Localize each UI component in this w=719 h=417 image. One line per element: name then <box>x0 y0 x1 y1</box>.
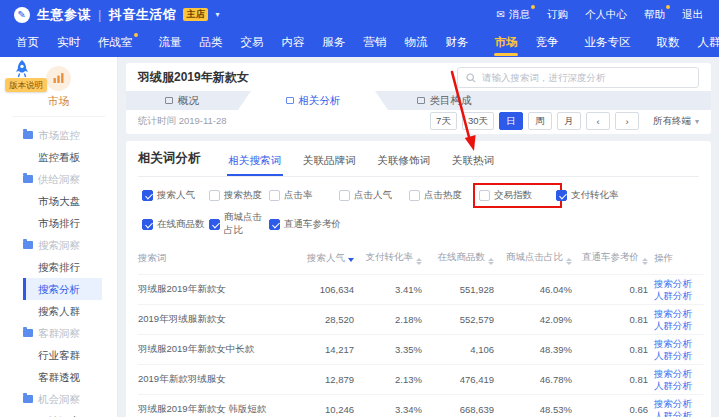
cell-actions: 搜索分析 人群分析 <box>648 365 704 395</box>
sidebar-item[interactable]: 客群洞察 <box>23 322 102 344</box>
col-header-online-products[interactable]: 在线商品数 <box>422 249 494 275</box>
analysis-tab[interactable]: 概况 <box>126 91 238 110</box>
checkbox-icon[interactable] <box>142 190 153 201</box>
sidebar-item[interactable]: 市场监控 <box>23 124 102 146</box>
related-word-tab[interactable]: 关联修饰词 <box>378 154 431 177</box>
crowd-analysis-link[interactable]: 人群分析 <box>654 410 704 417</box>
nav-item-label: 服务 <box>323 36 346 48</box>
sort-icon[interactable] <box>416 258 422 265</box>
version-badge[interactable]: 版本说明 <box>5 78 47 92</box>
metric-checkbox[interactable]: 搜索人气 <box>142 189 209 202</box>
col-header-pay-conversion[interactable]: 支付转化率 <box>354 249 422 275</box>
search-input[interactable] <box>482 72 690 83</box>
sidebar-item[interactable]: 搜索分析 <box>23 278 102 300</box>
sidebar-item-label: 市场大盘 <box>38 195 80 207</box>
nav-item[interactable]: 内容 <box>282 29 305 57</box>
header-utility-item[interactable]: 退出 <box>682 8 703 22</box>
header-utility-item[interactable]: 订购 <box>547 8 568 22</box>
related-word-tab[interactable]: 相关搜索词 <box>229 154 282 177</box>
sidebar-item[interactable]: 市场排行 <box>23 212 102 234</box>
nav-item[interactable]: 品类 <box>200 29 223 57</box>
date-range-button[interactable]: 月 <box>557 112 581 130</box>
nav-item[interactable]: 财务 <box>446 29 469 57</box>
col-header-search-popularity[interactable]: 搜索人气 <box>284 249 354 275</box>
checkbox-icon[interactable] <box>142 219 153 230</box>
nav-item[interactable]: 实时 <box>57 29 80 57</box>
nav-item[interactable]: 流量 <box>159 29 182 57</box>
terminal-filter[interactable]: 所有终端 ▾ <box>653 115 699 128</box>
sidebar-item[interactable]: 监控看板 <box>23 146 102 168</box>
col-header-word[interactable]: 搜索词 <box>138 249 284 275</box>
checkbox-icon[interactable] <box>409 190 420 201</box>
header-utility-item[interactable]: 帮助 <box>644 8 665 22</box>
date-range-button[interactable]: 周 <box>528 112 552 130</box>
crowd-analysis-link[interactable]: 人群分析 <box>654 290 704 302</box>
search-analysis-link[interactable]: 搜索分析 <box>654 368 704 380</box>
checkbox-icon[interactable] <box>556 190 567 201</box>
sidebar-item[interactable]: 属性洞察 <box>23 410 102 417</box>
search-analysis-link[interactable]: 搜索分析 <box>654 338 704 350</box>
nav-item[interactable]: 人群管理 <box>698 29 719 57</box>
metric-checkbox[interactable]: 在线商品数 <box>142 211 209 237</box>
nav-item[interactable]: 市场 <box>495 29 518 57</box>
metric-checkbox[interactable]: 搜索热度 <box>209 189 269 202</box>
metric-checkbox[interactable]: 点击热度 <box>409 189 479 202</box>
nav-item[interactable]: 取数 <box>657 29 680 57</box>
nav-item[interactable]: 作战室 <box>98 29 133 57</box>
date-range-button[interactable]: ‹ <box>586 112 610 130</box>
nav-item[interactable]: 营销 <box>364 29 387 57</box>
sidebar-item[interactable]: 客群透视 <box>23 366 102 388</box>
metric-checkbox[interactable]: 交易指数 <box>479 189 556 202</box>
nav-item[interactable]: 交易 <box>241 29 264 57</box>
date-range-button[interactable]: 7天 <box>430 112 457 130</box>
related-word-tab[interactable]: 关联品牌词 <box>303 154 356 177</box>
nav-item[interactable]: 物流 <box>405 29 428 57</box>
sidebar-item[interactable]: 搜索排行 <box>23 256 102 278</box>
nav-item[interactable]: 服务 <box>323 29 346 57</box>
checkbox-icon[interactable] <box>479 190 490 201</box>
sort-icon[interactable] <box>348 258 354 262</box>
header-utility-item[interactable]: 个人中心 <box>585 8 627 22</box>
sidebar-item[interactable]: 搜索洞察 <box>23 234 102 256</box>
checkbox-icon[interactable] <box>269 219 280 230</box>
sidebar-item[interactable]: 行业客群 <box>23 344 102 366</box>
search-analysis-link[interactable]: 搜索分析 <box>654 398 704 410</box>
nav-item[interactable]: 竞争 <box>536 29 559 57</box>
checkbox-icon[interactable] <box>209 190 220 201</box>
search-analysis-link[interactable]: 搜索分析 <box>654 278 704 290</box>
search-analysis-link[interactable]: 搜索分析 <box>654 308 704 320</box>
sidebar-item[interactable]: 供给洞察 <box>23 168 102 190</box>
crowd-analysis-link[interactable]: 人群分析 <box>654 350 704 362</box>
sort-icon[interactable] <box>566 258 572 265</box>
sort-icon[interactable] <box>488 258 494 265</box>
crowd-analysis-link[interactable]: 人群分析 <box>654 380 704 392</box>
nav-item[interactable]: 业务专区 <box>585 29 631 57</box>
shop-switch-caret-icon[interactable]: ▾ <box>215 10 220 19</box>
col-header-train-ref-price[interactable]: 直通车参考价 <box>572 249 648 275</box>
sidebar-item[interactable]: 搜索人群 <box>23 300 102 322</box>
crowd-analysis-link[interactable]: 人群分析 <box>654 320 704 332</box>
nav-item[interactable]: 首页 <box>16 29 39 57</box>
metric-checkbox[interactable]: 商城点击占比 <box>209 211 269 237</box>
date-range-button[interactable]: 30天 <box>462 112 494 130</box>
analysis-tab[interactable]: 相关分析 <box>238 91 388 110</box>
brand[interactable]: ✎ 生意参谋 | 抖音生活馆 主店 ▾ <box>14 6 220 24</box>
metric-checkbox[interactable]: 点击率 <box>269 189 339 202</box>
metric-checkbox[interactable]: 直通车参考价 <box>269 211 341 237</box>
sidebar-item[interactable]: 市场大盘 <box>23 190 102 212</box>
date-range-button[interactable]: 日 <box>499 112 523 130</box>
related-word-tab[interactable]: 关联热词 <box>452 154 494 177</box>
col-header-mall-click-share[interactable]: 商城点击占比 <box>494 249 572 275</box>
metric-checkbox[interactable]: 点击人气 <box>339 189 409 202</box>
date-range-button[interactable]: › <box>615 112 639 130</box>
version-note-widget[interactable]: 版本说明 <box>5 59 47 92</box>
sidebar-item[interactable]: 机会洞察 <box>23 388 102 410</box>
metric-checkbox[interactable]: 支付转化率 <box>556 189 619 202</box>
keyword-search-box[interactable] <box>457 67 699 88</box>
checkbox-icon[interactable] <box>269 190 280 201</box>
analysis-tab[interactable]: 类目构成 <box>388 91 500 110</box>
header-utility-item[interactable]: 消息 <box>497 8 530 22</box>
sort-icon[interactable] <box>642 258 648 265</box>
checkbox-icon[interactable] <box>209 219 220 230</box>
checkbox-icon[interactable] <box>339 190 350 201</box>
